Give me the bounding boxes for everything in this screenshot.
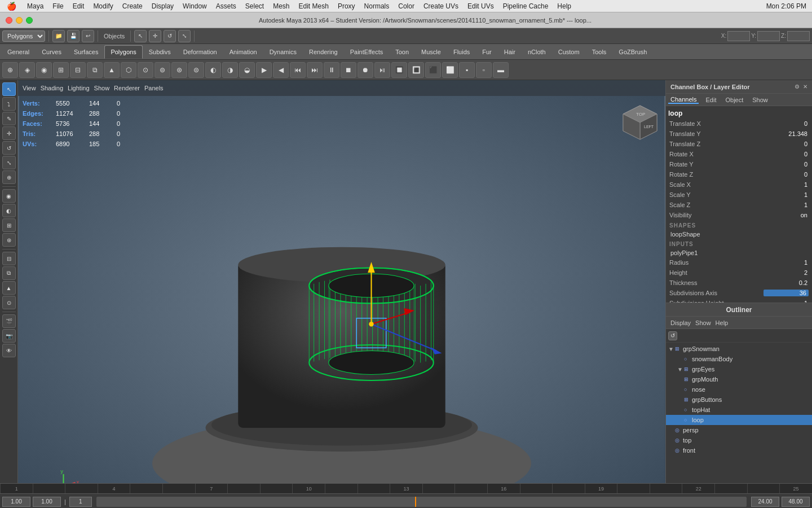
ch-value[interactable]: 0 — [764, 171, 809, 178]
outliner-item[interactable]: ◎front — [666, 445, 812, 456]
show-menu[interactable]: Show — [94, 85, 110, 91]
cb-close[interactable]: ✕ — [803, 84, 807, 90]
menu-window[interactable]: Window — [178, 0, 211, 12]
show-hide[interactable]: 👁 — [2, 344, 16, 357]
apple-menu[interactable]: 🍎 — [0, 2, 23, 11]
render-btn[interactable]: 🎬 — [2, 314, 16, 328]
ipr-btn[interactable]: 📷 — [2, 329, 16, 343]
lasso-tool[interactable]: ⤵ — [2, 97, 16, 111]
icon-btn-11[interactable]: ⊜ — [188, 62, 204, 78]
scale-tool[interactable]: ⤡ — [2, 156, 16, 169]
icon-btn-8[interactable]: ⊙ — [138, 62, 153, 78]
menu-pipelinecache[interactable]: Pipeline Cache — [498, 0, 553, 12]
renderer-menu[interactable]: Renderer — [114, 85, 140, 91]
menu-help[interactable]: Help — [553, 0, 576, 12]
icon-btn-27[interactable]: ▪ — [459, 62, 475, 78]
cb-gear[interactable]: ⚙ — [795, 84, 800, 90]
input-value[interactable]: 0.2 — [764, 279, 809, 286]
maximize-button[interactable] — [26, 17, 33, 24]
tab-fluids[interactable]: Fluids — [447, 45, 476, 59]
tree-toggle-icon[interactable]: ▼ — [668, 346, 675, 352]
ch-tab-channels[interactable]: Channels — [668, 96, 699, 104]
tab-surfaces[interactable]: Surfaces — [68, 45, 104, 59]
z-coord[interactable] — [787, 31, 810, 41]
timeline-current[interactable] — [33, 497, 61, 507]
icon-btn-10[interactable]: ⊛ — [171, 62, 187, 78]
icon-btn-13[interactable]: ◑ — [222, 62, 238, 78]
outliner-item[interactable]: ⊞grpButtons — [666, 395, 812, 405]
select-btn[interactable]: ↖ — [134, 30, 147, 42]
input-value[interactable]: 36 — [764, 290, 809, 296]
tab-tools[interactable]: Tools — [586, 45, 613, 59]
tab-animation[interactable]: Animation — [223, 45, 263, 59]
menu-edit[interactable]: Edit — [68, 0, 89, 12]
icon-btn-21[interactable]: ⏺ — [358, 62, 373, 78]
viewport[interactable]: View Shading Lighting Show Renderer Pane… — [18, 80, 665, 483]
tab-toon[interactable]: Toon — [389, 45, 415, 59]
menu-display[interactable]: Display — [147, 0, 178, 12]
icon-btn-2[interactable]: ◉ — [36, 62, 52, 78]
rotate-btn[interactable]: ↺ — [164, 30, 176, 42]
snap-curve[interactable]: ⧉ — [2, 266, 16, 280]
menu-file[interactable]: File — [48, 0, 68, 12]
minimize-button[interactable] — [16, 17, 23, 24]
lighting-menu[interactable]: Lighting — [68, 85, 90, 91]
menu-mesh[interactable]: Mesh — [268, 0, 294, 12]
shading-menu[interactable]: Shading — [41, 85, 63, 91]
outliner-item[interactable]: ○topHat — [666, 405, 812, 415]
select-tool[interactable]: ↖ — [2, 82, 16, 96]
ch-value[interactable]: 1 — [764, 191, 809, 198]
out-tab-display[interactable]: Display — [670, 319, 691, 326]
outliner-item[interactable]: ○snowmanBody — [666, 354, 812, 364]
range-end[interactable] — [782, 497, 810, 507]
menu-createuvs[interactable]: Create UVs — [419, 0, 463, 12]
input-value[interactable]: 1 — [764, 259, 809, 266]
menu-select[interactable]: Select — [241, 0, 268, 12]
outliner-item[interactable]: ⊞grpMouth — [666, 374, 812, 384]
lattice[interactable]: ⊞ — [2, 218, 16, 232]
ch-value[interactable]: 1 — [764, 181, 809, 188]
panels-menu[interactable]: Panels — [144, 85, 164, 91]
menu-modify[interactable]: Modify — [89, 0, 117, 12]
icon-btn-19[interactable]: ⏸ — [324, 62, 339, 78]
transform-tool[interactable]: ⊕ — [2, 170, 16, 184]
tab-deformation[interactable]: Deformation — [177, 45, 223, 59]
rotate-tool[interactable]: ↺ — [2, 141, 16, 155]
icon-btn-14[interactable]: ◒ — [239, 62, 255, 78]
icon-btn-9[interactable]: ⊚ — [155, 62, 170, 78]
icon-btn-0[interactable]: ⊕ — [2, 62, 18, 78]
toolbar-btn-2[interactable]: 💾 — [67, 30, 80, 42]
icon-btn-6[interactable]: ▲ — [104, 62, 120, 78]
icon-btn-24[interactable]: 🔳 — [408, 62, 424, 78]
view-menu[interactable]: View — [23, 85, 36, 91]
icon-btn-26[interactable]: ⬜ — [442, 62, 458, 78]
tab-fur[interactable]: Fur — [476, 45, 498, 59]
out-tab-help[interactable]: Help — [716, 319, 729, 326]
icon-btn-17[interactable]: ⏮ — [290, 62, 306, 78]
y-coord[interactable] — [757, 31, 780, 41]
sculpt[interactable]: ◐ — [2, 204, 16, 217]
menu-proxy[interactable]: Proxy — [333, 0, 360, 12]
snap-grid[interactable]: ⊟ — [2, 252, 16, 265]
tab-custom[interactable]: Custom — [552, 45, 586, 59]
timeline-frame[interactable] — [69, 497, 92, 507]
tab-subdivs[interactable]: Subdivs — [143, 45, 177, 59]
outliner-item[interactable]: ○nose — [666, 384, 812, 395]
icon-btn-22[interactable]: ⏯ — [374, 62, 390, 78]
icon-btn-29[interactable]: ▬ — [493, 62, 509, 78]
outliner-item[interactable]: ◎persp — [666, 425, 812, 435]
toolbar-btn-1[interactable]: 📁 — [52, 30, 65, 42]
menu-create[interactable]: Create — [118, 0, 147, 12]
icon-btn-15[interactable]: ▶ — [256, 62, 272, 78]
input-value[interactable]: 2 — [764, 269, 809, 276]
tab-ncloth[interactable]: nCloth — [522, 45, 552, 59]
soft-mod[interactable]: ◉ — [2, 189, 16, 203]
ch-value[interactable]: on — [764, 212, 809, 218]
cluster[interactable]: ⊛ — [2, 233, 16, 247]
ch-value[interactable]: 0 — [764, 141, 809, 147]
toolbar-btn-3[interactable]: ↩ — [82, 30, 94, 42]
icon-btn-20[interactable]: ⏹ — [341, 62, 356, 78]
ch-value[interactable]: 0 — [764, 151, 809, 157]
ch-value[interactable]: 21.348 — [764, 130, 809, 137]
icon-btn-12[interactable]: ◐ — [205, 62, 221, 78]
